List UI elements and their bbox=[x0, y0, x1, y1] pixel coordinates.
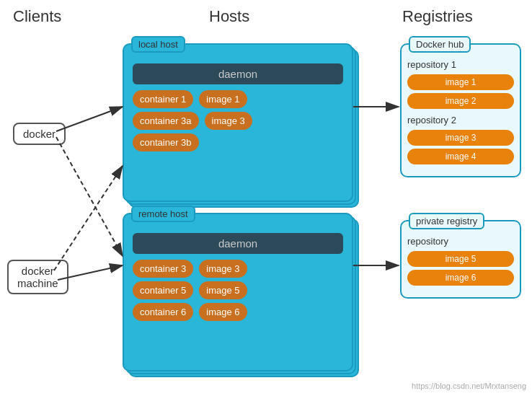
docker-hub-image-3: image 3 bbox=[407, 130, 514, 146]
local-container-1: container 1 bbox=[133, 90, 193, 108]
watermark: https://blog.csdn.net/Mrxtanseng bbox=[412, 382, 526, 390]
docker-hub-repo-2-label: repository 2 bbox=[407, 115, 514, 126]
local-row-1: container 1 image 1 bbox=[133, 90, 343, 108]
diagram: Clients Hosts Registries docker dockerma… bbox=[0, 0, 532, 396]
local-host-card-front: local host daemon container 1 image 1 co… bbox=[123, 43, 353, 202]
docker-client: docker bbox=[13, 123, 66, 145]
remote-daemon-bar: daemon bbox=[133, 233, 343, 254]
local-image-3a: image 3 bbox=[205, 112, 252, 130]
local-host-label: local host bbox=[131, 36, 185, 53]
docker-hub-repo-1-label: repository 1 bbox=[407, 59, 514, 70]
private-registry-repo: repository image 5 image 6 bbox=[407, 236, 514, 287]
local-container-3b: container 3b bbox=[133, 133, 199, 151]
docker-hub-image-2: image 2 bbox=[407, 93, 514, 109]
remote-container-5: container 5 bbox=[133, 281, 193, 299]
remote-row-1: container 3 image 3 bbox=[133, 260, 343, 278]
docker-hub-image-4: image 4 bbox=[407, 149, 514, 164]
docker-machine-client: dockermachine bbox=[7, 260, 68, 294]
docker-to-local-arrow bbox=[56, 107, 123, 131]
private-registry: private registry repository image 5 imag… bbox=[400, 220, 521, 299]
remote-container-3: container 3 bbox=[133, 260, 193, 278]
local-host-wrapper: local host daemon container 1 image 1 co… bbox=[123, 43, 353, 202]
local-row-2: container 3a image 3 bbox=[133, 112, 343, 130]
remote-image-3: image 3 bbox=[199, 260, 247, 278]
private-registry-image-6: image 6 bbox=[407, 270, 514, 286]
remote-image-5: image 5 bbox=[199, 281, 247, 299]
remote-image-6: image 6 bbox=[199, 303, 247, 321]
remote-row-3: container 6 image 6 bbox=[133, 303, 343, 321]
dockermachine-to-local-arrow-dashed bbox=[54, 166, 123, 270]
docker-hub-label: Docker hub bbox=[409, 36, 471, 53]
remote-host-label: remote host bbox=[131, 206, 195, 222]
local-container-3a: container 3a bbox=[133, 112, 199, 130]
remote-host-card-front: remote host daemon container 3 image 3 c… bbox=[123, 213, 353, 371]
clients-header: Clients bbox=[13, 7, 61, 26]
private-registry-label: private registry bbox=[409, 213, 484, 229]
remote-row-2: container 5 image 5 bbox=[133, 281, 343, 299]
private-registry-repo-label: repository bbox=[407, 236, 514, 247]
docker-hub-repo-1: repository 1 image 1 image 2 bbox=[407, 59, 514, 110]
docker-hub-repo-2: repository 2 image 3 image 4 bbox=[407, 115, 514, 166]
local-daemon-bar: daemon bbox=[133, 63, 343, 84]
remote-host-wrapper: remote host daemon container 3 image 3 c… bbox=[123, 213, 353, 371]
docker-hub-image-1: image 1 bbox=[407, 74, 514, 90]
registries-header: Registries bbox=[402, 7, 473, 26]
private-registry-image-5: image 5 bbox=[407, 251, 514, 267]
remote-container-6: container 6 bbox=[133, 303, 193, 321]
hosts-header: Hosts bbox=[209, 7, 249, 26]
docker-hub: Docker hub repository 1 image 1 image 2 … bbox=[400, 43, 521, 177]
docker-to-remote-arrow-dashed bbox=[56, 137, 123, 256]
local-image-1: image 1 bbox=[199, 90, 247, 108]
local-row-3: container 3b bbox=[133, 133, 343, 151]
